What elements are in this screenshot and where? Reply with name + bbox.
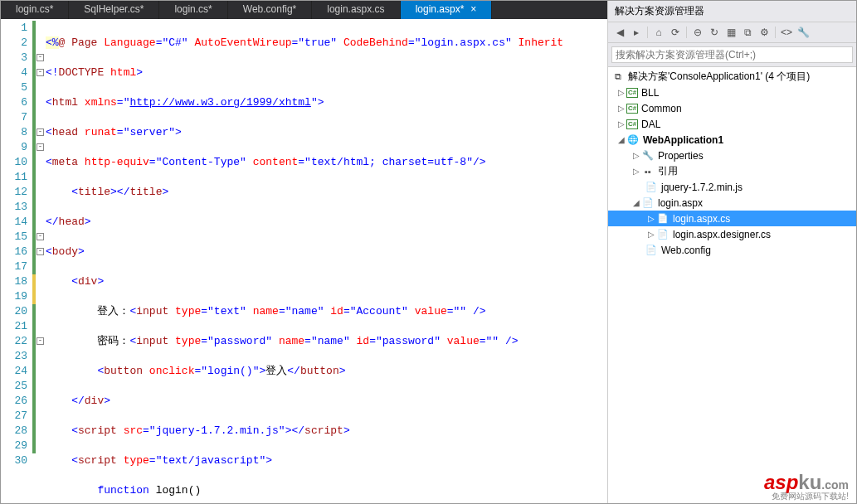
tree-item-jquery[interactable]: 📄jquery-1.7.2.min.js [608, 179, 856, 195]
collapse-icon[interactable]: ◢ [631, 198, 641, 207]
code-editor[interactable]: 1234567891011121314151617181920212223242… [1, 19, 607, 503]
search-box [608, 43, 856, 67]
js-icon: 📄 [645, 181, 658, 194]
expand-icon[interactable]: ▷ [616, 88, 626, 97]
tab-login-cs[interactable]: login.cs* [1, 1, 69, 19]
tree-item-webapp[interactable]: ◢🌐WebApplication1 [608, 132, 856, 148]
toolbar: ◀ ▸ ⌂ ⟳ ⊖ ↻ ▦ ⧉ ⚙ <> 🔧 [608, 22, 856, 43]
web-icon: 🌐 [626, 133, 640, 147]
refresh-icon[interactable]: ↻ [707, 25, 722, 40]
show-all-icon[interactable]: ▦ [723, 25, 738, 40]
tree-item-bll[interactable]: ▷C#BLL [608, 85, 856, 100]
tree-item-properties[interactable]: ▷🔧Properties [608, 148, 856, 163]
tab-bar: login.cs* SqlHelper.cs* login.cs* Web.co… [1, 1, 607, 19]
tab-sqlhelper[interactable]: SqlHelper.cs* [69, 1, 159, 19]
copy-icon[interactable]: ⧉ [740, 25, 755, 40]
fold-icon[interactable]: - [37, 54, 44, 61]
home-icon[interactable]: ⌂ [651, 25, 666, 40]
solution-tree: ⧉解决方案'ConsoleApplication1' (4 个项目) ▷C#BL… [608, 67, 856, 503]
cs-file-icon: 📄 [656, 212, 670, 225]
wrench-icon: 🔧 [641, 149, 655, 162]
back-icon[interactable]: ◀ [612, 25, 627, 40]
cs-file-icon: 📄 [656, 228, 670, 241]
tree-item-references[interactable]: ▷▪▪引用 [608, 163, 856, 179]
expand-icon[interactable]: ▷ [616, 104, 626, 113]
tree-item-dal[interactable]: ▷C#DAL [608, 116, 856, 132]
fold-icon[interactable]: - [37, 248, 44, 255]
tree-solution[interactable]: ⧉解决方案'ConsoleApplication1' (4 个项目) [608, 69, 856, 85]
expand-icon[interactable]: ▷ [616, 119, 626, 128]
csharp-icon: C# [626, 88, 638, 98]
tab-label: login.aspx* [416, 3, 465, 15]
config-icon: 📄 [645, 244, 658, 257]
tab-login-cs-2[interactable]: login.cs* [159, 1, 227, 19]
solution-icon: ⧉ [611, 70, 625, 84]
csharp-icon: C# [626, 119, 638, 129]
code-content[interactable]: <%@ Page Language="C#" AutoEventWireup="… [44, 19, 607, 503]
tree-item-loginaspxcs[interactable]: ▷📄login.aspx.cs [608, 211, 856, 226]
tab-login-aspx-cs[interactable]: login.aspx.cs [312, 1, 400, 19]
tree-item-loginaspxdes[interactable]: ▷📄login.aspx.designer.cs [608, 226, 856, 242]
sync-icon[interactable]: ⟳ [668, 25, 683, 40]
tree-item-webconfig[interactable]: 📄Web.config [608, 242, 856, 258]
properties-icon[interactable]: ⚙ [757, 25, 772, 40]
tab-webconfig[interactable]: Web.config* [228, 1, 312, 19]
references-icon: ▪▪ [641, 165, 655, 178]
code-icon[interactable]: <> [779, 25, 794, 40]
forward-icon[interactable]: ▸ [629, 25, 644, 40]
expand-icon[interactable]: ▷ [646, 230, 656, 239]
line-gutter: 1234567891011121314151617181920212223242… [1, 19, 32, 503]
tree-item-common[interactable]: ▷C#Common [608, 100, 856, 116]
tab-login-aspx[interactable]: login.aspx*× [401, 1, 493, 19]
panel-title: 解决方案资源管理器 [608, 1, 856, 22]
fold-icon[interactable]: - [37, 337, 44, 345]
close-icon[interactable]: × [470, 3, 476, 15]
marker-margin: - - - - - - - [32, 19, 44, 503]
fold-icon[interactable]: - [37, 69, 44, 76]
fold-icon[interactable]: - [37, 143, 44, 151]
editor-pane: login.cs* SqlHelper.cs* login.cs* Web.co… [1, 1, 607, 503]
expand-icon[interactable]: ▷ [646, 214, 656, 223]
tree-item-loginaspx[interactable]: ◢📄login.aspx [608, 195, 856, 211]
collapse-icon[interactable]: ◢ [616, 135, 626, 144]
expand-icon[interactable]: ▷ [631, 167, 641, 176]
search-input[interactable] [611, 46, 853, 63]
collapse-icon[interactable]: ⊖ [690, 25, 705, 40]
csharp-icon: C# [626, 104, 638, 114]
wrench-icon[interactable]: 🔧 [796, 25, 811, 40]
expand-icon[interactable]: ▷ [631, 151, 641, 160]
solution-explorer: 解决方案资源管理器 ◀ ▸ ⌂ ⟳ ⊖ ↻ ▦ ⧉ ⚙ <> 🔧 ⧉解决方案'C… [607, 1, 856, 503]
aspx-icon: 📄 [641, 196, 655, 210]
fold-icon[interactable]: - [37, 128, 44, 136]
fold-icon[interactable]: - [37, 233, 44, 240]
